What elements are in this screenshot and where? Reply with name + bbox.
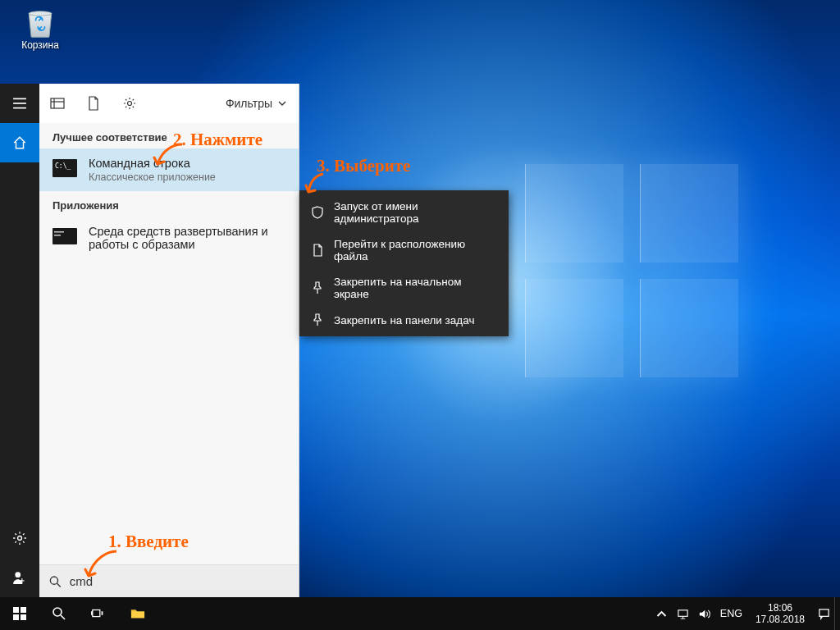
pin-icon [311,313,324,326]
result-command-prompt[interactable]: C:\_ Командная строка Классическое прило… [39,148,299,191]
ctx-label: Закрепить на панели задач [334,314,474,326]
svg-rect-14 [52,228,77,244]
ctx-label: Закрепить на начальном экране [334,276,497,300]
file-explorer-button[interactable] [118,597,158,630]
svg-rect-28 [678,609,687,616]
recycle-bin-icon[interactable]: Корзина [11,3,69,51]
search-input[interactable] [70,574,289,588]
search-icon [52,606,66,621]
file-location-icon [311,244,324,257]
svg-rect-7 [20,580,25,581]
rail-settings-button[interactable] [0,518,39,558]
ctx-label: Перейти к расположению файла [334,238,497,262]
svg-rect-21 [13,614,19,620]
network-icon [677,608,689,620]
svg-line-24 [61,615,65,619]
result-title: Среда средств развертывания и работы с о… [89,225,285,251]
tray-network[interactable] [673,597,694,630]
start-left-rail [0,84,39,597]
language-label: ENG [720,608,742,619]
shield-icon [311,206,324,219]
tray-volume[interactable] [694,597,715,630]
annotation-step3: 3. Выберите [317,156,410,176]
clock-date: 17.08.2018 [756,614,805,625]
taskbar: ENG 18:06 17.08.2018 [0,597,840,630]
speaker-icon [698,608,710,620]
ctx-label: Запуск от имени администратора [334,200,497,225]
svg-rect-26 [91,611,93,615]
tray-language[interactable]: ENG [715,597,747,630]
svg-point-11 [128,102,132,106]
folder-icon [130,606,145,621]
svg-rect-25 [93,610,100,617]
search-top-tabs: Фильтры [39,84,299,123]
svg-text:C:\_: C:\_ [55,162,71,170]
documents-tab-icon[interactable] [75,84,112,123]
cmd-icon [52,226,77,246]
task-view-button[interactable] [79,597,118,630]
svg-rect-20 [21,607,26,613]
ctx-pin-to-taskbar[interactable]: Закрепить на панели задач [299,307,509,333]
recycle-bin-label: Корзина [11,39,69,51]
result-subtitle: Классическое приложение [89,171,216,183]
windows-logo-icon [12,606,27,621]
home-button[interactable] [0,123,39,162]
ctx-run-as-admin[interactable]: Запуск от имени администратора [299,194,509,231]
windows-logo-background [525,164,738,377]
svg-point-0 [29,11,52,16]
taskbar-search-button[interactable] [39,597,79,630]
start-search-panel: Фильтры Лучшее соответствие C:\_ Командн… [39,84,299,597]
hamburger-menu-button[interactable] [0,84,39,123]
apps-tab-icon[interactable] [39,84,75,123]
ctx-open-file-location[interactable]: Перейти к расположению файла [299,231,509,269]
svg-rect-8 [51,98,64,108]
tray-chevron-up[interactable] [651,597,673,630]
taskbar-clock[interactable]: 18:06 17.08.2018 [747,602,813,626]
rail-user-button[interactable] [0,558,39,597]
show-desktop-button[interactable] [834,597,840,630]
annotation-step2: 2. Нажмите [173,130,262,150]
svg-rect-27 [102,611,103,615]
svg-line-18 [57,583,61,587]
result-title: Командная строка [89,157,216,170]
svg-point-4 [18,536,22,541]
cmd-icon: C:\_ [52,158,77,178]
svg-rect-16 [54,235,61,236]
ctx-pin-to-start[interactable]: Закрепить на начальном экране [299,269,509,307]
notification-icon [818,608,830,620]
result-deployment-tools[interactable]: Среда средств развертывания и работы с о… [39,217,299,259]
filters-label: Фильтры [226,97,272,110]
svg-point-17 [50,577,57,584]
svg-point-5 [15,572,21,578]
start-button[interactable] [0,597,39,630]
clock-time: 18:06 [756,602,805,614]
annotation-step1: 1. Введите [108,532,189,552]
filters-button[interactable]: Фильтры [214,84,299,123]
search-input-row [39,564,299,597]
svg-rect-31 [819,609,828,615]
apps-header: Приложения [39,191,299,217]
svg-rect-15 [54,231,64,233]
chevron-down-icon [277,98,287,108]
panel-empty-space [39,259,299,564]
svg-point-23 [53,608,62,616]
pin-icon [311,281,324,294]
action-center-button[interactable] [813,597,834,630]
search-icon [49,575,62,588]
chevron-up-icon [655,608,668,620]
context-menu: Запуск от имени администратора Перейти к… [299,190,509,336]
svg-rect-22 [21,614,26,620]
task-view-icon [91,606,106,621]
svg-rect-19 [13,607,19,613]
settings-tab-icon[interactable] [112,84,148,123]
